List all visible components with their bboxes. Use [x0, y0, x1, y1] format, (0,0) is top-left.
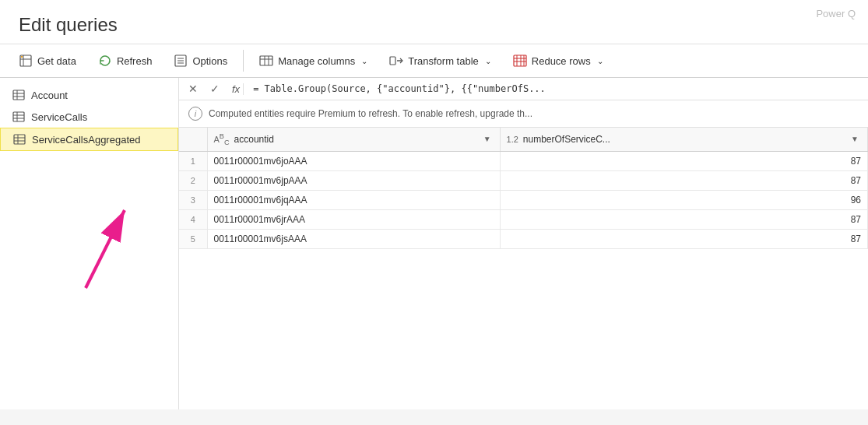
- query-panel: ✕ ✓ fx = Table.Group(Source, {"accountid…: [179, 78, 868, 409]
- accountid-filter-button[interactable]: ▼: [481, 134, 494, 144]
- formula-accept-button[interactable]: ✓: [207, 81, 223, 97]
- sidebar-item-account[interactable]: Account: [0, 84, 178, 106]
- manage-columns-label: Manage columns: [278, 55, 355, 67]
- formula-bar: ✕ ✓ fx = Table.Group(Source, {"accountid…: [179, 78, 868, 100]
- cell-accountid: 0011r00001mv6jpAAA: [207, 170, 500, 190]
- transform-table-icon: [389, 54, 403, 68]
- cell-numservicecalls: 96: [500, 190, 867, 209]
- cell-numservicecalls: 87: [500, 170, 867, 190]
- main-content: Account ServiceCalls: [0, 78, 868, 409]
- svg-rect-20: [13, 90, 24, 100]
- svg-rect-12: [390, 57, 395, 65]
- toolbar: Get data Refresh Options: [0, 44, 868, 78]
- title-bar: Edit queries Power Q: [0, 0, 868, 44]
- sidebar-item-servicecallsaggregated[interactable]: ServiceCallsAggregated: [0, 128, 178, 151]
- get-data-icon: [19, 54, 33, 68]
- row-number: 5: [179, 229, 207, 248]
- fx-label: fx: [229, 83, 244, 95]
- sidebar: Account ServiceCalls: [0, 78, 179, 409]
- transform-table-chevron: ⌄: [485, 57, 491, 65]
- col-header-numservicecalls: 1.2 numberOfServiceC... ▼: [500, 128, 867, 151]
- sidebar-item-aggregated-label: ServiceCallsAggregated: [32, 134, 140, 146]
- table-row: 10011r00001mv6joAAA87: [179, 151, 868, 170]
- transform-table-button[interactable]: Transform table ⌄: [380, 49, 501, 72]
- table-icon-servicecalls: [12, 111, 25, 123]
- svg-rect-28: [14, 135, 25, 144]
- cell-numservicecalls: 87: [500, 209, 867, 229]
- reduce-rows-chevron: ⌄: [597, 57, 603, 65]
- formula-cancel-button[interactable]: ✕: [185, 81, 201, 97]
- reduce-rows-button[interactable]: Reduce rows ⌄: [504, 49, 613, 72]
- table-row: 40011r00001mv6jrAAA87: [179, 209, 868, 229]
- app-watermark: Power Q: [816, 8, 856, 19]
- accountid-col-label: accountid: [234, 134, 274, 145]
- refresh-button[interactable]: Refresh: [89, 49, 162, 72]
- sidebar-item-account-label: Account: [31, 90, 68, 101]
- table-row: 50011r00001mv6jsAAA87: [179, 229, 868, 248]
- manage-columns-button[interactable]: Manage columns ⌄: [250, 49, 377, 72]
- data-table: ABC accountid ▼ 1.2 numberOfServiceC... …: [179, 128, 868, 409]
- get-data-label: Get data: [37, 55, 76, 67]
- sidebar-item-servicecalls[interactable]: ServiceCalls: [0, 106, 178, 128]
- cell-accountid: 0011r00001mv6jqAAA: [207, 190, 500, 209]
- formula-text: = Table.Group(Source, {"accountid"}, {{"…: [253, 83, 546, 94]
- cell-numservicecalls: 87: [500, 229, 867, 248]
- options-icon: [174, 54, 188, 68]
- table-row: 30011r00001mv6jqAAA96: [179, 190, 868, 209]
- reduce-rows-label: Reduce rows: [532, 55, 591, 67]
- info-bar: i Computed entities require Premium to r…: [179, 100, 868, 128]
- transform-table-label: Transform table: [408, 55, 479, 67]
- row-number: 4: [179, 209, 207, 229]
- cell-numservicecalls: 87: [500, 151, 867, 170]
- row-number: 2: [179, 170, 207, 190]
- numservicecalls-type-icon: 1.2: [507, 135, 518, 144]
- manage-columns-chevron: ⌄: [361, 57, 367, 65]
- table-icon-account: [12, 89, 25, 101]
- row-number: 1: [179, 151, 207, 170]
- refresh-label: Refresh: [117, 55, 153, 67]
- svg-rect-3: [21, 56, 23, 58]
- accountid-type-icon: ABC: [214, 132, 230, 146]
- sidebar-item-servicecalls-label: ServiceCalls: [31, 111, 87, 123]
- options-label: Options: [192, 55, 227, 67]
- svg-rect-14: [514, 55, 526, 66]
- cell-accountid: 0011r00001mv6jrAAA: [207, 209, 500, 229]
- reduce-rows-icon: [513, 54, 527, 68]
- col-header-accountid: ABC accountid ▼: [207, 128, 500, 151]
- refresh-icon: [98, 54, 112, 68]
- info-icon: i: [188, 107, 202, 121]
- numservicecalls-col-label: numberOfServiceC...: [523, 134, 610, 145]
- options-button[interactable]: Options: [164, 49, 237, 72]
- row-number: 3: [179, 190, 207, 209]
- svg-rect-24: [13, 112, 24, 121]
- get-data-button[interactable]: Get data: [9, 49, 86, 72]
- manage-columns-icon: [259, 54, 273, 68]
- table-row: 20011r00001mv6jpAAA87: [179, 170, 868, 190]
- results-table: ABC accountid ▼ 1.2 numberOfServiceC... …: [179, 128, 868, 249]
- cell-accountid: 0011r00001mv6joAAA: [207, 151, 500, 170]
- page-title: Edit queries: [19, 14, 849, 36]
- col-header-rownum: [179, 128, 207, 151]
- cell-accountid: 0011r00001mv6jsAAA: [207, 229, 500, 248]
- svg-rect-8: [260, 56, 272, 65]
- numservicecalls-filter-button[interactable]: ▼: [849, 134, 861, 144]
- table-icon-aggregated: [13, 133, 26, 146]
- toolbar-separator-1: [243, 50, 244, 72]
- info-message: Computed entities require Premium to ref…: [209, 108, 532, 119]
